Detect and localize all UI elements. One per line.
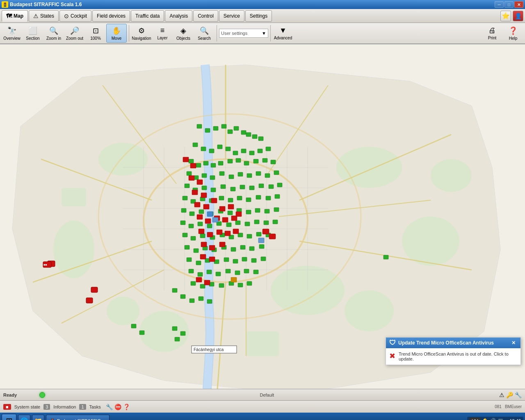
svg-rect-173 [172,326,177,331]
toolbar-separator-1 [129,25,129,41]
help-bottom-icon[interactable]: ❓ [123,404,130,410]
cockpit-tab-icon: ⊙ [64,13,69,19]
svg-rect-69 [271,160,276,164]
svg-rect-170 [189,299,194,303]
tab-cockpit[interactable]: ⊙ Cockpit [59,10,91,22]
tab-analysis[interactable]: Analysis [165,10,192,22]
zoom-out-button[interactable]: 🔎 Zoom out [64,24,85,43]
layer-label: Layer [157,36,167,40]
svg-rect-164 [219,283,224,288]
svg-rect-215 [258,238,264,243]
overview-label: Overview [3,36,21,41]
tab-states[interactable]: ⚠ States [29,10,59,22]
svg-rect-185 [197,180,203,185]
ie-icon: 🌐 [20,417,28,420]
search-button[interactable]: 🔍 Search [194,24,215,43]
window-title: Budapest SITRAFFIC Scala 1.6 [10,2,495,7]
svg-point-1 [98,143,148,176]
svg-rect-133 [256,232,261,236]
map-tab-label: Map [14,13,23,19]
zoom-in-button[interactable]: 🔍 Zoom in [43,24,64,43]
titlebar: 🚦 Budapest SITRAFFIC Scala 1.6 ─ □ ✕ [0,0,525,9]
tray-icon-1: 🔔 [482,418,488,420]
tools-status-icon[interactable]: 🔧 [515,392,522,398]
svg-point-2 [53,221,94,278]
information-label: Information [53,404,76,409]
restore-button[interactable]: □ [504,1,514,8]
print-button[interactable]: 🖨 Print [482,24,502,43]
svg-rect-213 [207,212,213,217]
close-button[interactable]: ✕ [514,1,523,8]
svg-rect-96 [219,196,224,200]
svg-rect-40 [205,128,210,132]
stop-bottom-icon[interactable]: ⛔ [114,404,121,410]
svg-rect-198 [236,212,242,217]
svg-rect-50 [201,147,206,151]
tab-service[interactable]: Service [219,10,244,22]
svg-rect-46 [246,132,251,137]
zoom-100-button[interactable]: ⊡ 100% [85,24,106,43]
svg-rect-74 [219,171,224,176]
start-button[interactable]: ⊞ [2,414,16,420]
svg-rect-192 [228,204,234,209]
user-settings-control[interactable]: User settings ▼ [219,29,268,38]
overview-button[interactable]: 🔭 Overview [2,24,22,43]
app-taskbar-item[interactable]: 🚦 Budapest SITRAFFIC ... [46,415,110,420]
svg-point-7 [107,297,139,325]
status-led [39,392,45,398]
svg-rect-80 [274,171,279,175]
svg-rect-81 [185,184,189,188]
svg-rect-183 [190,163,196,168]
tab-map[interactable]: 🗺 Map [2,10,28,22]
svg-rect-210 [269,234,276,239]
svg-rect-216 [231,277,237,282]
folder-button[interactable]: 📁 [32,415,44,420]
window-controls: ─ □ ✕ [495,1,523,8]
section-button[interactable]: ⬜ Section [23,24,43,43]
layer-button[interactable]: ≡ Layer [152,24,173,43]
key-status-icon[interactable]: 🔑 [506,392,513,398]
map-area[interactable]: ■■ Fácánhegyi utca 🛡 Update Trend Micro … [0,44,525,389]
tab-settings[interactable]: Settings [245,10,272,22]
svg-rect-175 [175,337,180,341]
objects-button[interactable]: ◈ Objects [173,24,194,43]
taskbar: ⊞ 🌐 📁 🚦 Budapest SITRAFFIC ... HU 🔔 🔊 💻 … [0,413,525,420]
svg-rect-201 [217,230,222,235]
star-icon[interactable]: ⭐ [500,11,511,21]
help-button[interactable]: ❓ Help [503,24,523,43]
minimize-button[interactable]: ─ [495,1,504,8]
svg-rect-151 [251,258,256,262]
svg-rect-168 [172,288,177,292]
states-tab-label: States [40,13,54,19]
map-tab-icon: 🗺 [6,13,12,19]
svg-rect-67 [253,159,258,163]
svg-rect-203 [233,229,239,234]
notification-close-button[interactable]: ✕ [510,340,517,346]
objects-label: Objects [176,36,190,41]
print-icon: 🖨 [488,26,496,35]
tab-traffic-data[interactable]: Traffic data [131,10,164,22]
tab-field-devices[interactable]: Field devices [92,10,130,22]
advanced-button[interactable]: ▼ Advanced [273,24,293,43]
warning-status-icon[interactable]: ⚠ [499,392,504,398]
navigation-button[interactable]: ⚙ Navigation [131,24,152,43]
section-icon: ⬜ [28,26,37,35]
svg-rect-110 [246,210,251,214]
svg-rect-112 [265,209,269,213]
tab-control[interactable]: Control [193,10,218,22]
svg-rect-149 [233,259,238,263]
statusbar: Ready Default ⚠ 🔑 🔧 [0,389,525,400]
toolbar-separator-3 [270,25,271,41]
svg-rect-62 [211,163,216,167]
svg-rect-60 [196,163,201,167]
svg-rect-85 [221,185,226,189]
svg-rect-76 [238,172,243,176]
ie-button[interactable]: 🌐 [18,415,30,420]
svg-rect-199 [199,229,204,234]
user-icon[interactable]: 👤 [513,11,523,21]
move-button[interactable]: ✋ Move [106,24,127,43]
tools-bottom-icon[interactable]: 🔧 [106,404,113,410]
svg-rect-142 [249,247,254,251]
svg-rect-154 [198,272,203,276]
svg-rect-72 [202,173,207,178]
